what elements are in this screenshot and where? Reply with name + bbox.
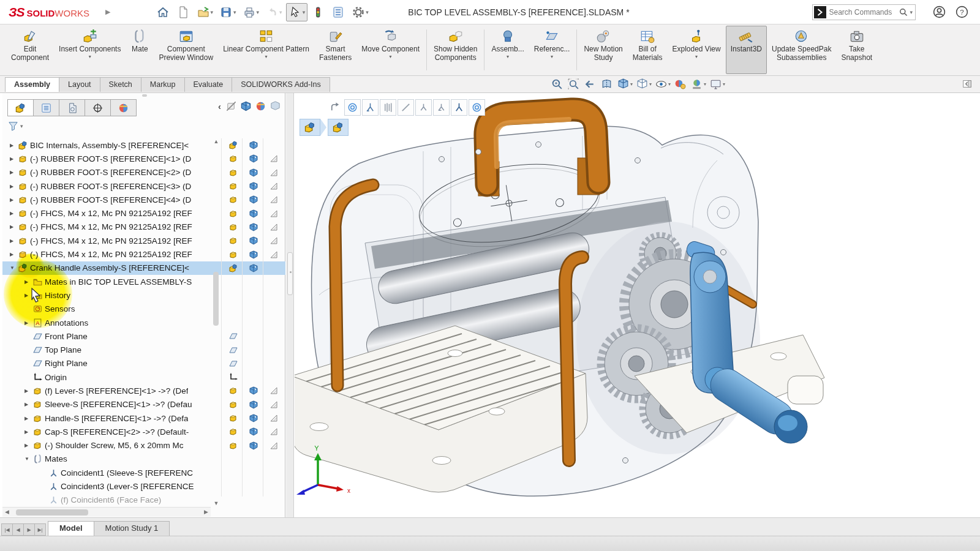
dropdown-caret-icon[interactable]: ▾ [265,54,268,60]
display-pane-part-icon[interactable] [228,331,238,341]
dropdown-caret-icon[interactable]: ▾ [704,81,706,87]
dropdown-caret-icon[interactable]: ▾ [20,123,23,129]
appearance-triangle-icon[interactable] [269,181,279,191]
collapse-pane-icon[interactable]: ‹ [218,101,221,111]
display-pane-icon[interactable] [225,100,237,112]
dropdown-caret-icon[interactable]: ▾ [279,9,282,15]
display-state-cube-icon[interactable] [249,181,258,191]
command-button[interactable]: Instant3D [726,26,767,74]
tree-expander-icon[interactable]: ▶ [24,416,32,421]
tab-nav-button[interactable]: ◀ [12,523,24,536]
appearance-triangle-icon[interactable] [269,413,279,423]
tab-nav-button[interactable]: ▶ [23,523,35,536]
dropdown-caret-icon[interactable]: ▾ [630,81,633,87]
context-toolbar-button[interactable] [344,99,361,116]
command-button[interactable]: Component Preview Window [154,26,218,74]
quickaccess-button[interactable]: ▾ [240,3,262,21]
command-button[interactable]: Show Hidden Components [429,26,482,74]
context-toolbar-button[interactable] [326,99,343,116]
command-button[interactable]: Assemb... ▾ [486,26,529,74]
display-pane-part-icon[interactable] [228,181,238,191]
dropdown-caret-icon[interactable]: ▾ [668,81,671,87]
dropdown-caret-icon[interactable]: ▾ [257,9,260,15]
headsup-button[interactable]: ▾ [635,77,652,91]
scrollbar-thumb[interactable] [16,509,88,515]
model-tab[interactable]: Motion Study 1 [94,521,170,536]
display-pane-part-icon[interactable] [228,372,238,382]
command-button[interactable]: Update SpeedPak Subassemblies [767,26,836,74]
display-pane-part-icon[interactable] [228,427,238,437]
display-pane-part-icon[interactable] [228,236,238,246]
tree-expander-icon[interactable]: ▶ [24,279,32,285]
display-pane-part-icon[interactable] [228,209,238,219]
headsup-button[interactable] [600,77,614,91]
ribbon-tab[interactable]: Layout [59,77,100,92]
command-button[interactable]: Smart Fasteners [314,26,356,74]
quickaccess-button[interactable]: ▾ [194,3,216,21]
appearance-triangle-icon[interactable] [269,168,279,178]
context-toolbar-button[interactable] [469,99,485,116]
display-state-cube-icon[interactable] [249,441,258,451]
tree-expander-icon[interactable]: ▼ [10,265,18,271]
context-toolbar-button[interactable] [451,99,467,116]
quickaccess-button[interactable]: ▾ [217,3,239,21]
tree-item[interactable]: ▶ (-) RUBBER FOOT-S [REFERENCE]<4> (D [2,193,285,206]
appearance-triangle-icon[interactable] [269,222,279,232]
tree-item[interactable]: ▶ BIC Internals, Assembly-S [REFERENCE]< [2,138,285,152]
display-state-cube-icon[interactable] [249,222,258,232]
quickaccess-button[interactable] [154,3,173,21]
collapse-ribbon-icon[interactable] [962,78,973,92]
tree-item[interactable]: ▶ (-) Shoulder Screw, M5, 6 x 20mm Mc [2,439,285,452]
quickaccess-button[interactable]: ▾ [349,3,371,21]
ribbon-tab[interactable]: Markup [141,77,185,92]
tree-item[interactable]: (f) Coincident6 (Face Face) [2,493,285,506]
panel-tab[interactable] [59,99,85,116]
dropdown-caret-icon[interactable]: ▾ [649,81,652,87]
display-pane-part-icon[interactable] [228,195,238,204]
display-state-cube-icon[interactable] [249,168,258,178]
command-button[interactable]: Mate [126,26,154,74]
panel-tab[interactable] [110,99,137,116]
display-pane-part-icon[interactable] [228,413,238,423]
display-state-cube-icon[interactable] [249,209,258,219]
display-pane-icon[interactable] [255,100,266,112]
tab-nav-button[interactable]: ▶| [34,523,46,536]
tree-item[interactable]: ▶ History [2,288,285,302]
tree-item[interactable]: ▶ Handle-S [REFERENCE]<1> ->? (Defa [2,411,285,425]
tree-item[interactable]: ▼ Crank Handle Assembly-S [REFERENCE]< [2,261,285,275]
scrollbar-thumb[interactable] [213,272,219,326]
context-toolbar-button[interactable] [380,99,396,116]
ribbon-tab[interactable]: Sketch [100,77,141,92]
dropdown-caret-icon[interactable]: ▾ [211,9,214,15]
ribbon-tab[interactable]: SOLIDWORKS Add-Ins [232,77,330,92]
command-button[interactable]: Bill of Materials [628,26,668,74]
display-pane-part-icon[interactable] [228,386,238,395]
display-pane-part-icon[interactable] [228,154,238,163]
display-pane-icon[interactable] [240,100,252,112]
tree-item[interactable]: ▶ Sleeve-S [REFERENCE]<1> ->? (Defau [2,398,285,411]
dropdown-caret-icon[interactable]: ▾ [366,9,369,15]
headsup-button[interactable]: ▾ [616,77,633,91]
dropdown-caret-icon[interactable]: ▾ [507,54,509,60]
display-state-cube-icon[interactable] [249,195,258,204]
tree-expander-icon[interactable]: ▶ [10,252,18,257]
display-pane-part-icon[interactable] [228,441,238,451]
tree-item[interactable]: ▶ (-) FHCS, M4 x 12, Mc PN 92125A192 [RE… [2,247,285,261]
display-pane-part-icon[interactable] [228,263,238,273]
context-toolbar-button[interactable] [362,99,379,116]
tree-item[interactable]: ▶ (-) FHCS, M4 x 12, Mc PN 92125A192 [RE… [2,206,285,220]
tree-expander-icon[interactable]: ▶ [24,402,32,407]
scroll-up-icon[interactable]: ▲ [211,138,221,144]
tree-vertical-scrollbar[interactable]: ▲ ▼ [211,138,221,506]
display-pane-part-icon[interactable] [228,222,238,232]
headsup-button[interactable]: ▾ [709,77,726,91]
dropdown-caret-icon[interactable]: ▾ [303,9,306,15]
display-pane-part-icon[interactable] [228,168,238,178]
command-button[interactable]: Move Component ▾ [356,26,424,74]
tree-expander-icon[interactable]: ▶ [10,197,18,203]
panel-tab[interactable] [85,99,111,116]
model-tab[interactable]: Model [48,521,94,536]
tree-item[interactable]: ▶ Cap-S [REFERENCE]<2> ->? (Default- [2,425,285,438]
dropdown-caret-icon[interactable]: ▾ [551,54,553,60]
tree-item[interactable]: ▶ Mates in BIC TOP LEVEL ASSEMBLY-S [2,275,285,288]
